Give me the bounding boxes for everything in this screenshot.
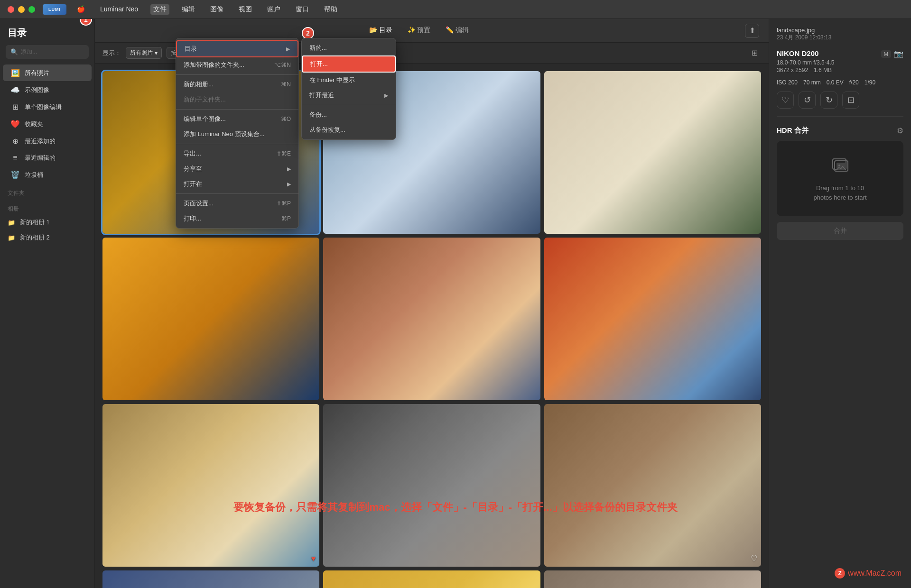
traffic-lights bbox=[8, 6, 35, 13]
catalog-tab-label: 目录 bbox=[379, 26, 392, 34]
submenu-item-label: 从备份恢复... bbox=[309, 126, 345, 134]
sidebar-item-trash[interactable]: 🗑️ 垃圾桶 bbox=[3, 166, 92, 183]
settings-icon[interactable]: ⚙ bbox=[897, 126, 903, 135]
menu-account[interactable]: 账户 bbox=[264, 4, 283, 15]
menu-item-catalog[interactable]: 目录 ▶ bbox=[176, 40, 298, 57]
hdr-drop-zone[interactable]: Drag from 1 to 10photos here to start bbox=[777, 141, 903, 216]
menu-file[interactable]: 文件 bbox=[150, 4, 169, 15]
menu-item-edit-single[interactable]: 编辑单个图像... ⌘O bbox=[176, 111, 298, 127]
photo-cell[interactable]: ♡ bbox=[544, 404, 761, 567]
menu-app[interactable]: Luminar Neo bbox=[97, 4, 141, 15]
photo-cell[interactable] bbox=[323, 238, 540, 400]
photo-cell[interactable] bbox=[544, 570, 761, 588]
share-icon: ⬆ bbox=[749, 26, 755, 35]
favorite-button[interactable]: ♡ bbox=[777, 92, 794, 109]
submenu-item-label: 新的... bbox=[309, 44, 327, 52]
album-icon: 📁 bbox=[8, 219, 15, 226]
menu-item-page-setup[interactable]: 页面设置... ⇧⌘P bbox=[176, 196, 298, 211]
tab-edit[interactable]: ✏️ 编辑 bbox=[444, 22, 471, 39]
catalog-submenu-open[interactable]: 打开... bbox=[302, 55, 396, 73]
menu-item-catalog-label: 目录 bbox=[185, 45, 197, 53]
maximize-button[interactable] bbox=[28, 6, 35, 13]
photo-cell[interactable] bbox=[544, 71, 761, 234]
menu-item-export[interactable]: 导出... ⇧⌘E bbox=[176, 146, 298, 161]
minimize-button[interactable] bbox=[18, 6, 25, 13]
menu-image[interactable]: 图像 bbox=[207, 4, 226, 15]
close-button[interactable] bbox=[8, 6, 14, 13]
hdr-drop-text: Drag from 1 to 10photos here to start bbox=[813, 184, 866, 202]
album-label: 新的相册 2 bbox=[20, 233, 50, 242]
sidebar-album-1[interactable]: 📁 新的相册 1 bbox=[0, 215, 94, 230]
menu-view[interactable]: 视图 bbox=[236, 4, 255, 15]
exif-aperture: f/20 bbox=[849, 79, 859, 86]
sidebar-item-label: 所有照片 bbox=[25, 69, 49, 77]
menu-separator bbox=[176, 74, 298, 75]
sidebar-search[interactable]: 🔍 添加... bbox=[6, 45, 89, 59]
sidebar-item-label: 最近编辑的 bbox=[25, 154, 56, 162]
menu-item-label: 打印... bbox=[184, 214, 201, 223]
grid-icon: ⊞ bbox=[752, 48, 758, 57]
catalog-submenu-show-finder[interactable]: 在 Finder 中显示 bbox=[302, 73, 396, 88]
menu-item-print[interactable]: 打印... ⌘P bbox=[176, 211, 298, 226]
sidebar-item-examples[interactable]: ☁️ 示例图像 bbox=[3, 82, 92, 98]
sidebar-item-favorites[interactable]: ❤️ 收藏夹 bbox=[3, 116, 92, 132]
photo-cell[interactable] bbox=[102, 570, 319, 588]
menu-window[interactable]: 窗口 bbox=[293, 4, 312, 15]
sidebar-item-single-edit[interactable]: ⊞ 单个图像编辑 bbox=[3, 99, 92, 115]
menu-item-label: 分享至 bbox=[184, 165, 202, 173]
submenu-arrow-icon: ▶ bbox=[287, 166, 291, 172]
catalog-tab-icon: 📂 bbox=[369, 26, 377, 34]
menu-help[interactable]: 帮助 bbox=[321, 4, 340, 15]
sidebar-item-recent-edited[interactable]: ≡ 最近编辑的 bbox=[3, 150, 92, 166]
photo-cell[interactable]: ♥ bbox=[102, 404, 319, 567]
menu-item-label: 添加 Luminar Neo 预设集合... bbox=[184, 130, 265, 138]
menu-item-add-folder[interactable]: 添加带图像的文件夹... ⌥⌘N bbox=[176, 57, 298, 73]
catalog-submenu-backup[interactable]: 备份... bbox=[302, 107, 396, 122]
crop-button[interactable]: ⊡ bbox=[842, 92, 859, 109]
grid-view-button[interactable]: ⊞ bbox=[748, 46, 761, 60]
photo-cell[interactable] bbox=[323, 404, 540, 567]
heart-icon: ♡ bbox=[751, 554, 757, 563]
catalog-submenu-new[interactable]: 新的... bbox=[302, 40, 396, 55]
menu-item-label: 添加带图像的文件夹... bbox=[184, 61, 244, 69]
hdr-merge-button[interactable]: 合并 bbox=[777, 222, 903, 240]
share-button[interactable]: ⬆ bbox=[745, 24, 759, 38]
tab-presets[interactable]: ✨ 预置 bbox=[406, 22, 433, 39]
exif-ev: 0.0 EV bbox=[827, 79, 844, 86]
menu-item-open-in[interactable]: 打开在 ▶ bbox=[176, 176, 298, 192]
submenu-item-label: 打开最近 bbox=[309, 91, 334, 100]
submenu-item-label: 在 Finder 中显示 bbox=[309, 76, 355, 84]
folders-section-label: 文件夹 bbox=[0, 184, 94, 199]
show-select[interactable]: 所有照片 ▾ bbox=[126, 47, 162, 59]
edit-tab-label: 编辑 bbox=[456, 26, 469, 34]
photo-cell[interactable] bbox=[544, 238, 761, 400]
exif-shutter: 1/90 bbox=[865, 79, 875, 86]
menu-item-label: 打开在 bbox=[184, 180, 202, 188]
sidebar-item-all-photos[interactable]: 🖼️ 所有照片 bbox=[3, 64, 92, 81]
submenu-arrow-icon: ▶ bbox=[286, 46, 290, 52]
submenu-arrow-icon: ▶ bbox=[384, 92, 388, 99]
examples-icon: ☁️ bbox=[10, 85, 20, 94]
svg-point-3 bbox=[838, 165, 840, 166]
menu-item-add-presets[interactable]: 添加 Luminar Neo 预设集合... bbox=[176, 127, 298, 142]
apple-menu[interactable]: 🍎 bbox=[74, 4, 88, 15]
sidebar: 目录 🔍 添加... 🖼️ 所有照片 ☁️ 示例图像 ⊞ 单个图像编辑 ❤️ 收… bbox=[0, 19, 95, 588]
photo-cell[interactable] bbox=[102, 238, 319, 400]
sidebar-item-recent-added[interactable]: ⊕ 最近添加的 bbox=[3, 133, 92, 149]
tab-catalog[interactable]: 📂 目录 bbox=[367, 22, 394, 39]
show-all-label: 所有照片 bbox=[130, 49, 153, 57]
catalog-submenu-restore[interactable]: 从备份恢复... bbox=[302, 122, 396, 138]
menu-item-new-album[interactable]: 新的相册... ⌘N bbox=[176, 77, 298, 92]
catalog-submenu-open-recent[interactable]: 打开最近 ▶ bbox=[302, 88, 396, 103]
watermark: Z www.MacZ.com bbox=[835, 568, 902, 579]
photo-dimensions: 3672 x 2592 1.6 MB bbox=[777, 67, 903, 74]
rotate-right-button[interactable]: ↻ bbox=[820, 92, 837, 109]
photo-filename: landscape.jpg bbox=[777, 27, 831, 34]
sidebar-album-2[interactable]: 📁 新的相册 2 bbox=[0, 230, 94, 245]
sidebar-item-label: 收藏夹 bbox=[25, 120, 43, 129]
menu-item-share[interactable]: 分享至 ▶ bbox=[176, 161, 298, 176]
menu-edit[interactable]: 编辑 bbox=[179, 4, 198, 15]
presets-tab-icon: ✨ bbox=[408, 26, 416, 34]
rotate-left-button[interactable]: ↺ bbox=[799, 92, 816, 109]
photo-cell[interactable] bbox=[323, 570, 540, 588]
